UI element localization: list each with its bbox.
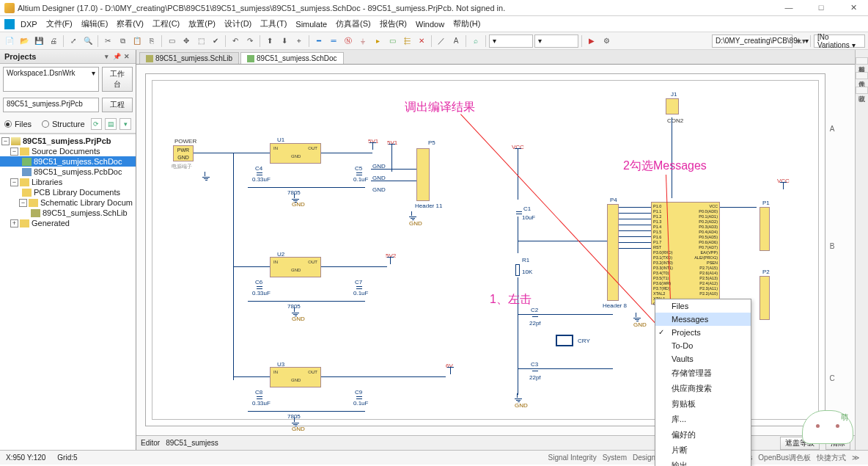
compile-icon[interactable]: ✔ (209, 34, 222, 48)
print-icon[interactable]: 🖨 (47, 34, 60, 48)
collapse-icon[interactable]: − (19, 199, 27, 207)
redo-icon[interactable]: ↷ (243, 34, 257, 48)
ctx-snippet[interactable]: 片断 (655, 443, 751, 458)
ctx-projects[interactable]: ✓Projects (655, 326, 751, 339)
net-label-icon[interactable]: Ⓝ (342, 34, 355, 48)
project-field[interactable]: 89C51_sumjess.PrjPcb (3, 98, 99, 112)
sim-run-icon[interactable]: ▶ (585, 34, 598, 48)
p1-conn (760, 207, 770, 251)
line-icon[interactable]: ／ (435, 34, 448, 48)
rtab-favorites[interactable]: 收藏 (856, 87, 868, 94)
sim-options-icon[interactable]: ⚙ (600, 34, 613, 48)
part-icon[interactable]: ▸ (371, 34, 384, 48)
menu-design[interactable]: 设计(D) (220, 18, 256, 29)
zoom-area-icon[interactable]: 🔍 (81, 34, 95, 48)
select-icon[interactable]: ▭ (165, 34, 178, 48)
copy-icon[interactable]: ⧉ (116, 34, 129, 48)
files-radio[interactable] (4, 120, 12, 128)
status-system[interactable]: System (603, 454, 627, 462)
zoom-combo[interactable]: ▾ (489, 34, 533, 48)
panel-pin-icon[interactable]: 📌 (112, 53, 121, 60)
status-help-icon[interactable]: ≫ (852, 454, 859, 462)
menu-project[interactable]: 工程(C) (148, 18, 184, 29)
cross-probe-icon[interactable]: ⌖ (293, 34, 306, 48)
ctx-storage[interactable]: 存储管理器 (655, 365, 751, 381)
maximize-button[interactable]: □ (811, 3, 831, 12)
rtab-clipboard[interactable]: 剪贴板 (856, 57, 868, 65)
ctx-messages[interactable]: Messages (655, 313, 751, 326)
bus-icon[interactable]: ═ (327, 34, 340, 48)
path-field[interactable]: D:\0MY_creating\PCB\89…▾ (712, 34, 792, 48)
close-button[interactable]: ✕ (843, 3, 864, 12)
undo-icon[interactable]: ↶ (229, 34, 242, 48)
tab-schdoc[interactable]: 89C51_sumjess.SchDoc (240, 52, 344, 64)
expand-icon[interactable]: + (10, 219, 18, 227)
deselect-icon[interactable]: ⬚ (194, 34, 207, 48)
ctx-todo[interactable]: To-Do (655, 339, 751, 352)
browse-icon[interactable]: ⌕ (469, 34, 482, 48)
menu-simulator[interactable]: 仿真器(S) (331, 18, 375, 29)
tree-item-schlib[interactable]: 89C51_sumjess.SchLib (0, 208, 136, 218)
save-icon[interactable]: 💾 (32, 34, 45, 48)
panel-menu-icon[interactable]: ▾ (102, 53, 111, 60)
menu-report[interactable]: 报告(R) (375, 18, 411, 29)
port-icon[interactable]: ⬱ (400, 34, 413, 48)
favorites-icon[interactable]: ★▾ (794, 34, 807, 48)
menu-dxp[interactable]: DXP (16, 20, 42, 29)
menu-place[interactable]: 放置(P) (184, 18, 220, 29)
tree-item-schdoc[interactable]: 89C51_sumjess.SchDoc (0, 156, 136, 167)
menu-simulate[interactable]: Simulate (291, 20, 331, 29)
ctx-files[interactable]: Files (655, 299, 751, 313)
ctx-output[interactable]: 输出 (655, 458, 751, 466)
move-icon[interactable]: ✥ (180, 34, 193, 48)
menu-help[interactable]: 帮助(H) (449, 18, 485, 29)
text-icon[interactable]: A (449, 34, 463, 48)
wire-icon[interactable]: ━ (312, 34, 326, 48)
ctx-clipboard[interactable]: 剪贴板 (655, 396, 751, 412)
refresh-tree-icon[interactable]: ⟳ (91, 118, 103, 130)
tree-menu-icon[interactable]: ▾ (119, 118, 131, 130)
paste-icon[interactable]: 📋 (130, 34, 144, 48)
collapse-icon[interactable]: − (1, 137, 10, 145)
tab-schlib[interactable]: 89C51_sumjess.SchLib (139, 52, 239, 64)
menu-window[interactable]: Window (411, 20, 449, 29)
collapse-icon[interactable]: − (10, 178, 18, 186)
menu-file[interactable]: 文件(F) (42, 18, 77, 29)
no-erc-icon[interactable]: ✕ (415, 34, 428, 48)
tree-item-pcbdoc[interactable]: 89C51_sumjess.PcbDoc (0, 167, 136, 177)
structure-radio[interactable] (42, 120, 49, 128)
rubber-stamp-icon[interactable]: ⎘ (145, 34, 158, 48)
status-shortcuts[interactable]: 快捷方式 (817, 453, 846, 463)
open-icon[interactable]: 📂 (18, 34, 31, 48)
grid-combo[interactable]: ▾ (534, 34, 578, 48)
sheet-symbol-icon[interactable]: ▭ (386, 34, 399, 48)
panel-close-icon[interactable]: ✕ (122, 53, 131, 60)
project-button[interactable]: 工程 (102, 98, 133, 112)
menu-view[interactable]: 察看(V) (112, 18, 148, 29)
ctx-supplier[interactable]: 供应商搜索 (655, 381, 751, 396)
project-tree[interactable]: −89C51_sumjess.PrjPcb −Source Documents … (0, 134, 136, 450)
menu-tools[interactable]: 工具(T) (256, 18, 291, 29)
hierarchy-up-icon[interactable]: ⬆ (263, 34, 276, 48)
ctx-vaults[interactable]: Vaults (655, 352, 751, 365)
files-radio-label: Files (15, 120, 32, 128)
minimize-button[interactable]: — (779, 3, 799, 12)
ctx-library[interactable]: 库... (655, 412, 751, 427)
tree-item-pcblib[interactable]: PCB Library Documents (0, 187, 136, 197)
variations-combo[interactable]: [No Variations ▾ (814, 34, 865, 48)
collapse-icon[interactable]: − (10, 148, 18, 156)
power-port-icon[interactable]: ⏚ (356, 34, 369, 48)
workspace-button[interactable]: 工作台 (102, 67, 133, 92)
cut-icon[interactable]: ✂ (101, 34, 114, 48)
ctx-favorites[interactable]: 偏好的 (655, 427, 751, 443)
menu-edit[interactable]: 编辑(E) (77, 18, 113, 29)
new-icon[interactable]: 📄 (3, 34, 16, 48)
zoom-fit-icon[interactable]: ⤢ (67, 34, 80, 48)
hierarchy-down-icon[interactable]: ⬇ (278, 34, 291, 48)
rtab-library[interactable]: 元件库 (856, 72, 868, 79)
tree-options-icon[interactable]: ▤ (105, 118, 117, 130)
status-openbus[interactable]: OpenBus调色板 (758, 453, 811, 463)
status-signal-integrity[interactable]: Signal Integrity (548, 454, 597, 462)
workspace-combo[interactable]: Workspace1.DsnWrk▾ (3, 67, 99, 92)
c2-label: C2 (531, 307, 538, 313)
